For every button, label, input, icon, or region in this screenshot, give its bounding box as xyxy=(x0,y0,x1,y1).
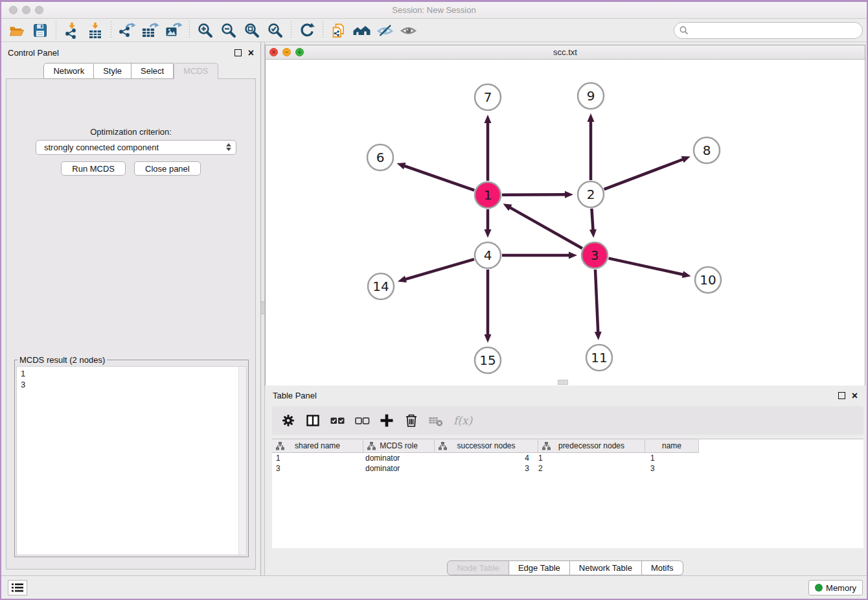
canvas-resize-grip[interactable] xyxy=(558,380,568,385)
show-eye-icon xyxy=(400,22,418,39)
zoom-fit-button[interactable] xyxy=(240,20,264,41)
cell-shared-name[interactable]: 1 xyxy=(272,453,363,463)
edge-2-8[interactable] xyxy=(604,156,691,189)
result-scrollbar[interactable] xyxy=(238,367,246,555)
function-builder-button[interactable]: f(x) xyxy=(453,414,472,427)
zoom-in-button[interactable] xyxy=(194,20,217,41)
show-details-button[interactable] xyxy=(397,20,420,41)
float-panel-icon[interactable] xyxy=(234,49,242,56)
open-session-button[interactable] xyxy=(5,20,29,41)
memory-label: Memory xyxy=(826,583,856,593)
cell-successor-nodes[interactable]: 3 xyxy=(435,463,538,474)
network-graph[interactable]: 7968124314101511 xyxy=(266,60,866,386)
table-row[interactable]: 1dominator411 xyxy=(272,453,863,463)
table-tab-network-table[interactable]: Network Table xyxy=(570,560,642,575)
home-layout-button[interactable] xyxy=(350,20,374,41)
select-all-button[interactable] xyxy=(326,410,348,431)
zoom-out-button[interactable] xyxy=(217,20,240,41)
edge-3-11[interactable] xyxy=(595,270,602,340)
table-close-icon[interactable]: × xyxy=(852,389,858,403)
vertical-splitter[interactable] xyxy=(260,42,265,579)
edge-1-7[interactable] xyxy=(485,115,492,181)
search-input[interactable] xyxy=(674,22,863,39)
edge-1-4[interactable] xyxy=(485,209,492,238)
table-row[interactable]: 3dominator323 xyxy=(272,463,863,474)
import-network-button[interactable] xyxy=(60,20,84,41)
mcds-result-area[interactable]: 1 3 xyxy=(16,366,247,555)
close-panel-button[interactable]: Close panel xyxy=(134,161,201,176)
column-header-shared-name[interactable]: shared name xyxy=(272,439,363,453)
edge-4-14[interactable] xyxy=(398,259,474,283)
export-network-button[interactable] xyxy=(115,20,139,41)
refresh-view-button[interactable] xyxy=(295,20,319,41)
close-panel-icon[interactable]: × xyxy=(248,46,254,60)
node-15[interactable]: 15 xyxy=(475,347,501,373)
node-table[interactable]: shared nameMCDS rolesuccessor nodesprede… xyxy=(272,439,863,548)
import-table-button[interactable] xyxy=(84,20,107,41)
edge-4-3[interactable] xyxy=(502,252,577,259)
open-network-file-button[interactable] xyxy=(327,20,350,41)
edge-2-3[interactable] xyxy=(589,209,597,238)
zoom-selected-button[interactable] xyxy=(264,20,287,41)
edge-3-10[interactable] xyxy=(608,259,691,278)
tab-network[interactable]: Network xyxy=(43,63,94,79)
task-history-button[interactable] xyxy=(8,580,27,595)
export-table-button[interactable] xyxy=(139,20,162,41)
cell-name[interactable]: 3 xyxy=(645,463,699,474)
criterion-select[interactable]: strongly connected component xyxy=(36,140,236,155)
mcds-result-text: 1 3 xyxy=(17,367,246,391)
node-14[interactable]: 14 xyxy=(368,273,394,299)
deselect-all-button[interactable] xyxy=(351,410,373,431)
edge-arrowhead xyxy=(588,113,595,122)
column-header-name[interactable]: name xyxy=(645,439,699,453)
export-image-button[interactable] xyxy=(162,20,185,41)
node-10[interactable]: 10 xyxy=(695,267,721,293)
table-split-view-button[interactable] xyxy=(302,410,324,431)
edge-1-2[interactable] xyxy=(502,191,573,198)
column-header-predecessor-nodes[interactable]: predecessor nodes xyxy=(538,439,645,453)
table-settings-button[interactable] xyxy=(277,410,299,431)
table-body: 1dominator4113dominator323 xyxy=(272,453,863,474)
cell-name[interactable]: 1 xyxy=(645,453,699,463)
run-mcds-button[interactable]: Run MCDS xyxy=(61,161,126,176)
node-8[interactable]: 8 xyxy=(694,137,720,163)
cell-MCDS-role[interactable]: dominator xyxy=(363,453,435,463)
hide-details-button[interactable] xyxy=(374,20,397,41)
node-3[interactable]: 3 xyxy=(582,242,608,268)
table-tab-edge-table[interactable]: Edge Table xyxy=(509,560,570,575)
delete-table-button[interactable] xyxy=(425,410,447,431)
tab-select[interactable]: Select xyxy=(131,63,174,79)
table-float-icon[interactable] xyxy=(838,392,845,399)
table-tab-node-table[interactable]: Node Table xyxy=(447,560,509,575)
edge-arrowhead xyxy=(396,163,405,169)
save-session-button[interactable] xyxy=(29,20,52,41)
cell-shared-name[interactable]: 3 xyxy=(272,463,363,474)
cell-predecessor-nodes[interactable]: 2 xyxy=(538,463,645,474)
table-toolbar: f(x) xyxy=(272,406,863,435)
edge-4-15[interactable] xyxy=(485,270,492,343)
node-11[interactable]: 11 xyxy=(586,345,612,371)
edge-1-6[interactable] xyxy=(396,163,474,190)
cell-MCDS-role[interactable]: dominator xyxy=(363,463,435,474)
node-9[interactable]: 9 xyxy=(578,83,604,109)
node-7[interactable]: 7 xyxy=(475,84,501,110)
edge-2-9[interactable] xyxy=(588,113,595,180)
cell-predecessor-nodes[interactable]: 1 xyxy=(538,453,645,463)
tab-mcds[interactable]: MCDS xyxy=(174,63,218,79)
network-canvas[interactable]: 7968124314101511 xyxy=(266,60,865,386)
table-tab-motifs[interactable]: Motifs xyxy=(642,560,683,575)
node-6[interactable]: 6 xyxy=(367,144,393,170)
column-header-MCDS-role[interactable]: MCDS role xyxy=(363,439,435,453)
add-column-button[interactable] xyxy=(376,410,398,431)
node-4[interactable]: 4 xyxy=(475,242,501,268)
node-2[interactable]: 2 xyxy=(578,181,604,207)
node-1[interactable]: 1 xyxy=(475,182,501,208)
memory-button[interactable]: Memory xyxy=(808,580,863,595)
edge-3-1[interactable] xyxy=(503,203,582,248)
column-header-successor-nodes[interactable]: successor nodes xyxy=(435,439,538,453)
tab-style[interactable]: Style xyxy=(94,63,131,79)
splitter-grip[interactable] xyxy=(261,301,264,314)
delete-column-button[interactable] xyxy=(400,410,422,431)
column-label: successor nodes xyxy=(457,441,515,450)
cell-successor-nodes[interactable]: 4 xyxy=(435,453,538,463)
